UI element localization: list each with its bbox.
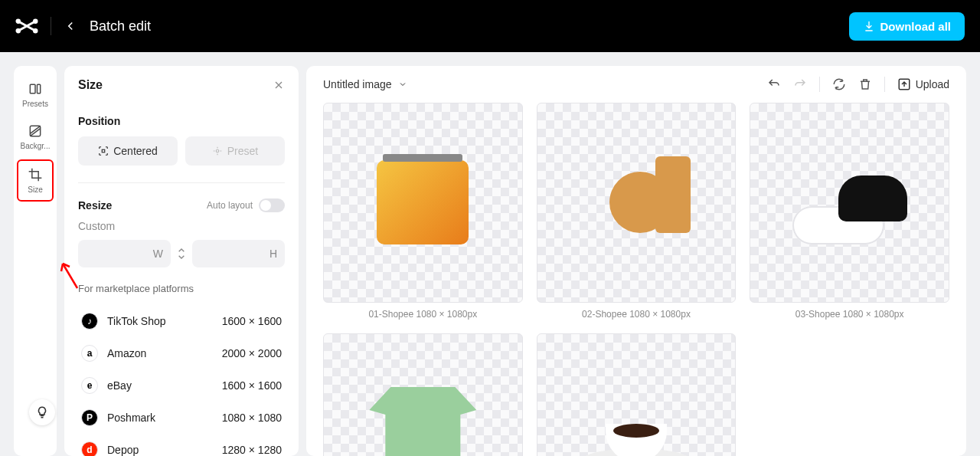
rail-size-label: Size [28, 185, 42, 194]
svg-point-3 [34, 30, 38, 33]
tool-rail: Presets Backgr... Size [14, 66, 57, 456]
marketplace-name: TikTok Shop [107, 315, 166, 327]
svg-rect-7 [102, 149, 105, 153]
divider [884, 77, 885, 92]
marketplace-dims: 1600 × 1600 [222, 379, 282, 392]
divider [819, 77, 820, 92]
h-suffix: H [270, 248, 277, 260]
marketplace-name: eBay [107, 379, 132, 392]
marketplace-dims: 1600 × 1600 [222, 315, 282, 327]
width-input[interactable]: W [78, 240, 171, 267]
thumbnail [323, 333, 523, 456]
marketplace-name: Depop [107, 444, 139, 456]
background-icon [28, 123, 43, 139]
divider [51, 17, 51, 35]
marketplace-icon: P [81, 409, 98, 426]
thumbnail [537, 103, 737, 303]
marketplace-dims: 1280 × 1280 [222, 444, 282, 456]
rail-presets-label: Presets [22, 100, 48, 108]
link-dims-icon[interactable] [175, 248, 188, 260]
trash-icon[interactable] [858, 77, 872, 91]
thumbnail-cell[interactable] [323, 333, 523, 456]
marketplace-dims: 2000 × 2000 [222, 347, 282, 359]
thumbnail-cell[interactable]: 02-Shopee 1080 × 1080px [537, 103, 737, 320]
marketplace-name: Amazon [107, 347, 146, 359]
svg-point-2 [17, 30, 20, 33]
page-title: Batch edit [90, 18, 151, 34]
back-icon[interactable] [64, 19, 77, 33]
marketplace-icon: d [81, 441, 98, 456]
marketplace-icon: a [81, 345, 98, 362]
close-icon[interactable] [273, 79, 285, 91]
centered-label: Centered [113, 145, 158, 157]
rail-size[interactable]: Size [17, 159, 54, 202]
svg-point-8 [216, 149, 219, 153]
preset-pos-icon [212, 146, 223, 156]
marketplace-name: Poshmark [107, 412, 155, 424]
upload-button[interactable]: Upload [897, 77, 949, 91]
size-panel: Size Position Centered Preset Resize Aut… [64, 66, 299, 456]
preset-button[interactable]: Preset [185, 136, 285, 166]
svg-point-0 [17, 20, 20, 23]
marketplace-icon: ♪ [81, 313, 98, 330]
help-fab[interactable] [29, 399, 55, 425]
center-icon [98, 146, 109, 156]
custom-label: Custom [78, 220, 285, 232]
presets-icon [28, 81, 43, 97]
undo-icon[interactable] [767, 77, 781, 91]
auto-layout-label: Auto layout [207, 200, 253, 211]
lightbulb-icon [35, 405, 49, 419]
image-title: Untitled image [323, 78, 392, 90]
svg-point-1 [34, 20, 38, 23]
thumbnail [537, 333, 737, 456]
upload-label: Upload [916, 78, 949, 90]
thumbnail [750, 103, 949, 303]
marketplace-item[interactable]: eeBay1600 × 1600 [78, 369, 285, 402]
app-logo [15, 15, 38, 38]
download-all-button[interactable]: Download all [849, 12, 965, 41]
upload-icon [897, 77, 911, 91]
thumbnail-caption: 01-Shopee 1080 × 1080px [368, 309, 477, 320]
download-label: Download all [880, 20, 951, 33]
marketplace-item[interactable]: aAmazon2000 × 2000 [78, 337, 285, 369]
rail-background[interactable]: Backgr... [17, 117, 54, 156]
thumbnail-caption: 03-Shopee 1080 × 1080px [795, 309, 904, 320]
thumbnail [323, 103, 523, 303]
marketplace-item[interactable]: dDepop1280 × 1280 [78, 434, 285, 456]
chevron-down-icon [398, 80, 407, 89]
resize-label: Resize [78, 199, 112, 212]
canvas-area: Untitled image Upload 01-Shopee 1080 × 1… [306, 66, 966, 456]
svg-rect-4 [30, 84, 35, 93]
top-bar: Batch edit Download all [0, 0, 980, 52]
w-suffix: W [153, 248, 163, 260]
image-title-dropdown[interactable]: Untitled image [323, 78, 407, 90]
panel-title: Size [78, 78, 103, 92]
thumbnail-cell[interactable]: 03-Shopee 1080 × 1080px [750, 103, 949, 320]
refresh-icon[interactable] [832, 77, 846, 91]
centered-button[interactable]: Centered [78, 136, 178, 166]
position-label: Position [78, 115, 285, 127]
rail-background-label: Backgr... [21, 142, 51, 150]
marketplace-dims: 1080 × 1080 [222, 412, 282, 424]
crop-icon [28, 167, 43, 182]
marketplace-icon: e [81, 377, 98, 394]
auto-layout-toggle[interactable] [259, 198, 285, 212]
thumbnail-cell[interactable] [537, 333, 737, 456]
thumbnail-cell[interactable]: 01-Shopee 1080 × 1080px [323, 103, 523, 320]
height-input[interactable]: H [192, 240, 285, 267]
marketplace-item[interactable]: ♪TikTok Shop1600 × 1600 [78, 305, 285, 337]
rail-presets[interactable]: Presets [17, 75, 54, 114]
thumbnail-caption: 02-Shopee 1080 × 1080px [582, 309, 691, 320]
svg-rect-5 [38, 84, 41, 93]
marketplace-item[interactable]: PPoshmark1080 × 1080 [78, 402, 285, 434]
marketplace-header: For marketplace platforms [78, 283, 285, 294]
redo-icon[interactable] [793, 77, 807, 91]
preset-label: Preset [227, 145, 258, 157]
